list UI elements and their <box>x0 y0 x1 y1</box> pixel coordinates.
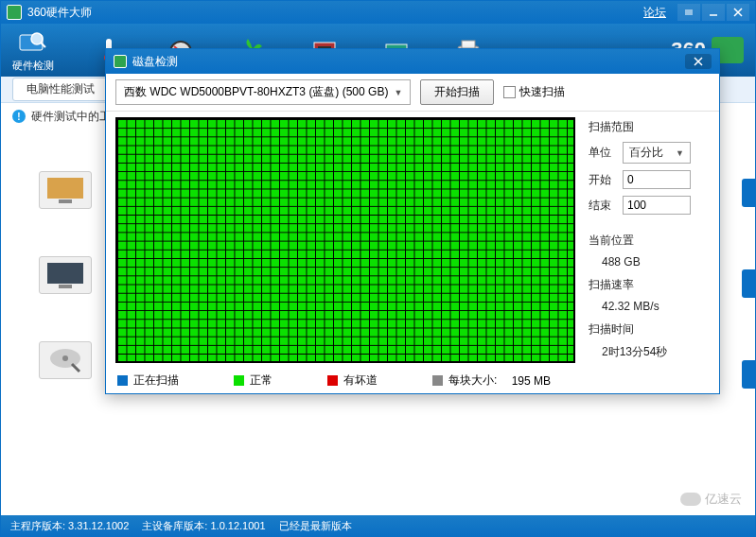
scan-grid-cells <box>117 119 573 361</box>
dialog-titlebar: 磁盘检测 <box>106 49 719 74</box>
toolbar-hardware-detect[interactable]: 硬件检测 <box>12 28 54 73</box>
speed-value: 42.32 MB/s <box>589 300 710 313</box>
svg-rect-14 <box>59 199 72 203</box>
chevron-down-icon: ▼ <box>394 88 402 97</box>
legend-normal: 正常 <box>250 372 273 389</box>
dialog-body: 扫描范围 单位 百分比 ▼ 开始 结束 当前位置 488 GB <box>106 112 719 367</box>
end-input[interactable] <box>623 196 691 215</box>
forum-link[interactable]: 论坛 <box>643 5 666 21</box>
disk-scan-dialog: 磁盘检测 西数 WDC WD5000BPVT-80HXZT3 (蓝盘) (500… <box>105 48 720 394</box>
status-db-version: 主设备库版本: 1.0.12.1001 <box>142 519 265 533</box>
svg-point-18 <box>62 355 68 361</box>
menu-button[interactable] <box>677 4 700 21</box>
unit-value: 百分比 <box>629 145 663 161</box>
start-scan-button[interactable]: 开始扫描 <box>420 79 494 105</box>
legend-blocksize-label: 每块大小: <box>448 372 497 389</box>
svg-rect-12 <box>462 41 475 48</box>
current-value: 488 GB <box>589 255 710 268</box>
watermark: 亿速云 <box>680 491 742 508</box>
dialog-toolbar: 西数 WDC WD5000BPVT-80HXZT3 (蓝盘) (500 GB) … <box>106 74 719 112</box>
minimize-button[interactable] <box>702 4 725 21</box>
magnifier-monitor-icon <box>16 28 50 57</box>
thumb-disk[interactable] <box>39 341 92 379</box>
disk-select[interactable]: 西数 WDC WD5000BPVT-80HXZT3 (蓝盘) (500 GB) … <box>115 79 411 105</box>
svg-rect-16 <box>59 285 72 288</box>
legend-bad: 有坏道 <box>343 372 378 389</box>
checkbox-box <box>503 86 516 98</box>
end-label: 结束 <box>589 198 617 214</box>
close-button[interactable] <box>727 4 749 21</box>
unit-label: 单位 <box>589 145 617 161</box>
legend-blocksize-value: 195 MB <box>512 374 551 388</box>
status-latest: 已经是最新版本 <box>279 519 352 533</box>
info-icon: ! <box>12 110 26 123</box>
main-window: 360硬件大师 论坛 硬件检测 360 <box>0 0 756 537</box>
disk-select-value: 西数 WDC WD5000BPVT-80HXZT3 (蓝盘) (500 GB) <box>124 84 388 100</box>
app-title: 360硬件大师 <box>27 5 643 21</box>
main-titlebar: 360硬件大师 论坛 <box>1 1 755 24</box>
thumb-display[interactable] <box>39 171 92 209</box>
side-tab-3[interactable] <box>742 360 755 389</box>
start-label: 开始 <box>589 172 617 188</box>
svg-rect-15 <box>47 263 83 284</box>
watermark-text: 亿速云 <box>705 491 742 508</box>
start-input[interactable] <box>623 170 691 189</box>
legend-scanning-swatch <box>117 375 128 386</box>
toolbar-label: 硬件检测 <box>12 59 54 73</box>
side-tab-1[interactable] <box>742 179 755 207</box>
elapsed-value: 2时13分54秒 <box>589 344 710 360</box>
legend: 正在扫描 正常 有坏道 每块大小: 195 MB <box>106 367 719 394</box>
current-heading: 当前位置 <box>589 233 710 249</box>
range-heading: 扫描范围 <box>589 119 710 135</box>
side-right-tabs <box>742 179 755 389</box>
legend-bad-swatch <box>327 375 338 386</box>
unit-select[interactable]: 百分比 ▼ <box>623 142 691 164</box>
legend-scanning: 正在扫描 <box>133 372 179 389</box>
status-program-version: 主程序版本: 3.31.12.1002 <box>10 519 129 533</box>
legend-blocksize-swatch <box>432 375 443 386</box>
svg-rect-13 <box>47 178 83 199</box>
speed-heading: 扫描速率 <box>589 277 710 293</box>
info-text: 硬件测试中的工 <box>31 109 111 125</box>
quick-scan-label: 快速扫描 <box>519 84 565 100</box>
perf-test-button[interactable]: 电脑性能测试 <box>12 78 109 101</box>
scan-grid <box>115 117 575 363</box>
side-thumbnails <box>39 171 92 379</box>
elapsed-heading: 扫描时间 <box>589 321 710 338</box>
legend-normal-swatch <box>234 375 244 386</box>
side-tab-2[interactable] <box>742 269 755 298</box>
dialog-title: 磁盘检测 <box>132 54 685 70</box>
dialog-close-button[interactable] <box>685 54 712 69</box>
thumb-monitor[interactable] <box>39 256 92 294</box>
scan-side-panel: 扫描范围 单位 百分比 ▼ 开始 结束 当前位置 488 GB <box>589 117 710 363</box>
dialog-icon <box>114 55 127 68</box>
quick-scan-checkbox[interactable]: 快速扫描 <box>503 84 565 100</box>
chevron-down-icon: ▼ <box>676 148 684 158</box>
app-icon <box>7 5 22 20</box>
main-statusbar: 主程序版本: 3.31.12.1002 主设备库版本: 1.0.12.1001 … <box>1 515 755 536</box>
cloud-icon <box>680 493 701 506</box>
